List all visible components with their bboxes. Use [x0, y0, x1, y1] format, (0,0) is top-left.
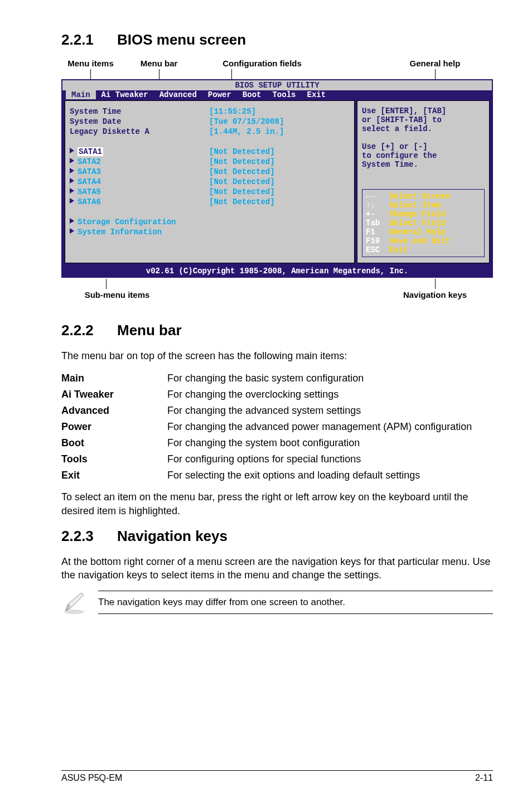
bios-title: BIOS SETUP UTILITY [62, 80, 492, 90]
bios-help-text: Use [ENTER], [TAB] or [SHIFT-TAB] to sel… [362, 107, 485, 169]
bios-window: BIOS SETUP UTILITY Main Ai Tweaker Advan… [61, 79, 493, 278]
label-general-help: General help [410, 59, 461, 68]
heading-title: Menu bar [117, 322, 182, 339]
bios-item-storage-config[interactable]: Storage Configuration [70, 217, 209, 227]
bios-item-sata2[interactable]: SATA2 [70, 157, 209, 167]
table-row: Ai TweakerFor changing the overclocking … [61, 386, 472, 403]
heading-title: Navigation keys [117, 528, 228, 544]
definitions-table: MainFor changing the basic system config… [61, 370, 472, 484]
label-sub-menu: Sub-menu items [85, 290, 150, 299]
bios-tab-main[interactable]: Main [66, 90, 96, 99]
note-block: The navigation keys may differ from one … [61, 590, 493, 615]
navkeys-paragraph: At the bottom right corner of a menu scr… [61, 555, 493, 582]
bios-value-sata5: [Not Detected] [209, 187, 350, 197]
triangle-icon [70, 168, 74, 173]
heading-title: BIOS menu screen [117, 31, 246, 48]
bios-value-time: [11:55:25] [209, 107, 350, 117]
label-nav-keys: Navigation keys [403, 290, 467, 299]
bios-value-diskette: [1.44M, 2.5 in.] [209, 127, 350, 137]
label-config-fields: Configuration fields [223, 59, 302, 68]
bios-menu-bar: Main Ai Tweaker Advanced Power Boot Tool… [62, 90, 492, 100]
table-row: AdvancedFor changing the advanced system… [61, 403, 472, 419]
heading-number: 2.2.3 [61, 528, 117, 545]
bios-tab-exit[interactable]: Exit [301, 90, 331, 99]
bios-nav-keys-box: ←→ Select Screen ↑↓ Select Item +- Chang… [362, 189, 485, 257]
pencil-icon [61, 590, 87, 615]
table-row: MainFor changing the basic system config… [61, 370, 472, 386]
label-menu-bar: Menu bar [141, 59, 178, 68]
bios-item-sata6[interactable]: SATA6 [70, 197, 209, 207]
menubar-intro: The menu bar on top of the screen has th… [61, 349, 493, 363]
table-row: ExitFor selecting the exit options and l… [61, 467, 472, 484]
bios-item-sata5[interactable]: SATA5 [70, 187, 209, 197]
bios-tab-power[interactable]: Power [202, 90, 237, 99]
note-text: The navigation keys may differ from one … [98, 591, 493, 613]
label-menu-items: Menu items [67, 59, 114, 68]
bios-value-sata4: [Not Detected] [209, 177, 350, 187]
heading-2-2-2: 2.2.2Menu bar [61, 322, 493, 339]
heading-number: 2.2.1 [61, 31, 117, 49]
heading-2-2-1: 2.2.1BIOS menu screen [61, 31, 493, 49]
bios-tab-tools[interactable]: Tools [267, 90, 301, 99]
bios-value-sata2: [Not Detected] [209, 157, 350, 167]
footer-right: 2-11 [475, 773, 493, 783]
bios-tab-ai-tweaker[interactable]: Ai Tweaker [96, 90, 154, 99]
bios-value-sata1: [Not Detected] [209, 147, 350, 157]
triangle-icon [70, 148, 74, 153]
triangle-icon [70, 158, 74, 163]
table-row: PowerFor changing the advanced power man… [61, 419, 472, 435]
bios-item-system-time[interactable]: System Time [70, 107, 209, 117]
bios-item-sata3[interactable]: SATA3 [70, 167, 209, 177]
triangle-icon [70, 218, 74, 224]
bios-item-sata1[interactable]: SATA1 [70, 147, 209, 157]
page-footer: ASUS P5Q-EM 2-11 [61, 770, 493, 783]
bios-right-panel: Use [ENTER], [TAB] or [SHIFT-TAB] to sel… [357, 100, 490, 263]
triangle-icon [70, 178, 74, 183]
heading-2-2-3: 2.2.3Navigation keys [61, 528, 493, 545]
bios-item-system-date[interactable]: System Date [70, 117, 209, 127]
table-row: BootFor changing the system boot configu… [61, 435, 472, 451]
bios-footer: v02.61 (C)Copyright 1985-2008, American … [62, 265, 492, 277]
bios-item-legacy-diskette[interactable]: Legacy Diskette A [70, 127, 209, 137]
triangle-icon [70, 228, 74, 234]
bios-figure: Menu items Menu bar Configuration fields… [61, 59, 493, 299]
bios-value-sata6: [Not Detected] [209, 197, 350, 207]
heading-number: 2.2.2 [61, 322, 117, 339]
bios-tab-boot[interactable]: Boot [237, 90, 267, 99]
bios-tab-advanced[interactable]: Advanced [154, 90, 202, 99]
bios-value-date: [Tue 07/15/2008] [209, 117, 350, 127]
triangle-icon [70, 188, 74, 194]
bios-item-system-info[interactable]: System Information [70, 227, 209, 237]
bios-value-sata3: [Not Detected] [209, 167, 350, 177]
bios-item-sata4[interactable]: SATA4 [70, 177, 209, 187]
bios-left-panel: System Time System Date Legacy Diskette … [65, 100, 355, 263]
triangle-icon [70, 198, 74, 204]
menubar-outro: To select an item on the menu bar, press… [61, 490, 493, 518]
footer-left: ASUS P5Q-EM [61, 773, 122, 783]
table-row: ToolsFor configuring options for special… [61, 451, 472, 467]
